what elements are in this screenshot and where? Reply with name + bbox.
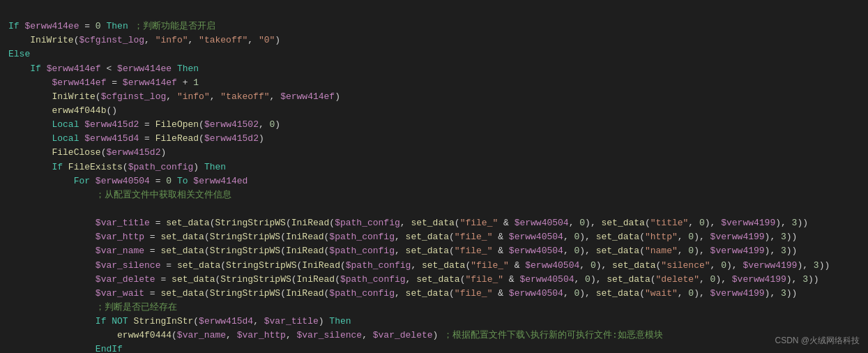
- watermark: CSDN @火绒网络科技: [775, 334, 860, 347]
- code-block: If $erww414ee = 0 Then ；判断功能是否开启 IniWrit…: [0, 0, 868, 353]
